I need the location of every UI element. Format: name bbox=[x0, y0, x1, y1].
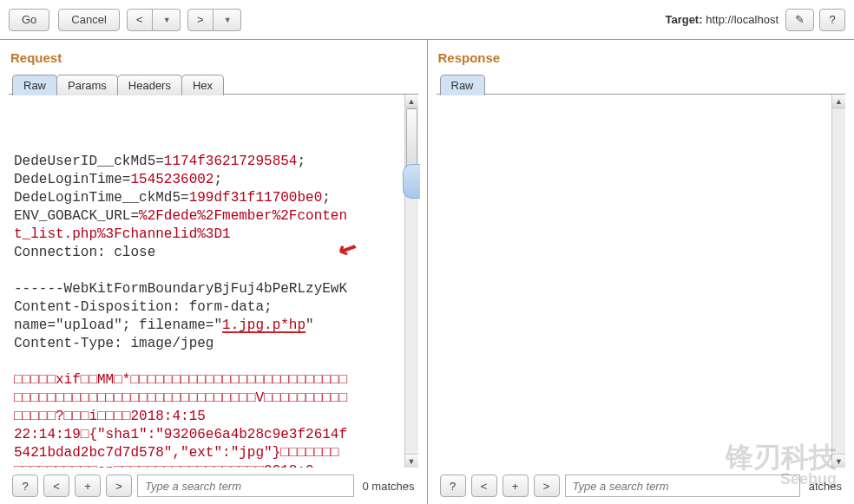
search-input[interactable] bbox=[565, 475, 800, 497]
tab-hex[interactable]: Hex bbox=[181, 75, 224, 95]
scrollbar[interactable]: ▲ ▼ bbox=[831, 95, 845, 468]
help-button[interactable]: ? bbox=[819, 9, 845, 31]
response-tabs: Raw bbox=[440, 74, 846, 95]
response-heading: Response bbox=[438, 50, 846, 65]
search-add-button[interactable]: + bbox=[75, 475, 101, 497]
tab-headers[interactable]: Headers bbox=[117, 75, 182, 95]
tab-raw[interactable]: Raw bbox=[12, 75, 57, 95]
prev-button[interactable]: < bbox=[127, 9, 153, 31]
edit-target-button[interactable]: ✎ bbox=[785, 9, 814, 31]
chevron-down-icon: ▼ bbox=[224, 16, 232, 24]
next-dropdown[interactable]: ▼ bbox=[214, 9, 241, 31]
request-tabs: Raw Params Headers Hex bbox=[12, 74, 418, 95]
scroll-up-icon[interactable]: ▲ bbox=[405, 95, 418, 108]
search-prev-button[interactable]: < bbox=[43, 475, 69, 497]
search-prev-button[interactable]: < bbox=[471, 475, 497, 497]
request-pane: Request Raw Params Headers Hex ↙ DedeUse… bbox=[0, 40, 428, 504]
search-help-button[interactable]: ? bbox=[12, 475, 38, 497]
search-matches-partial: atches bbox=[809, 480, 842, 493]
request-heading: Request bbox=[10, 50, 418, 65]
scroll-thumb[interactable] bbox=[406, 108, 417, 195]
cancel-button[interactable]: Cancel bbox=[58, 9, 119, 31]
pencil-icon: ✎ bbox=[795, 13, 805, 26]
target-label: Target: bbox=[665, 13, 702, 26]
help-icon: ? bbox=[829, 13, 835, 26]
response-editor[interactable] bbox=[437, 95, 832, 468]
history-next-group: > ▼ bbox=[187, 9, 241, 31]
search-next-button[interactable]: > bbox=[534, 475, 560, 497]
search-input[interactable] bbox=[137, 475, 354, 497]
scroll-down-icon[interactable]: ▼ bbox=[405, 454, 418, 468]
search-matches: 0 matches bbox=[363, 480, 415, 493]
response-pane: Response Raw ▲ ▼ ? < + > atches 锋刃科技 See… bbox=[428, 40, 855, 504]
toolbar: Go Cancel < ▼ > ▼ Target: http://localho… bbox=[0, 0, 854, 40]
history-prev-group: < ▼ bbox=[127, 9, 181, 31]
next-button[interactable]: > bbox=[187, 9, 214, 31]
request-editor[interactable]: ↙ DedeUserID__ckMd5=1174f36217295854;Ded… bbox=[9, 95, 404, 468]
scroll-down-icon[interactable]: ▼ bbox=[832, 454, 845, 468]
scrollbar[interactable]: ▲ ▼ bbox=[404, 95, 418, 468]
chevron-down-icon: ▼ bbox=[163, 16, 171, 24]
search-add-button[interactable]: + bbox=[503, 475, 529, 497]
tab-raw-response[interactable]: Raw bbox=[440, 75, 485, 95]
tab-params[interactable]: Params bbox=[56, 75, 118, 95]
target-label-wrap: Target: http://localhost bbox=[665, 13, 778, 26]
prev-dropdown[interactable]: ▼ bbox=[153, 9, 181, 31]
response-search-bar: ? < + > atches bbox=[437, 468, 846, 504]
search-help-button[interactable]: ? bbox=[440, 475, 466, 497]
go-button[interactable]: Go bbox=[9, 9, 49, 31]
scroll-up-icon[interactable]: ▲ bbox=[832, 95, 845, 108]
target-url: http://localhost bbox=[706, 13, 778, 26]
search-next-button[interactable]: > bbox=[106, 475, 132, 497]
request-search-bar: ? < + > 0 matches bbox=[9, 468, 418, 504]
